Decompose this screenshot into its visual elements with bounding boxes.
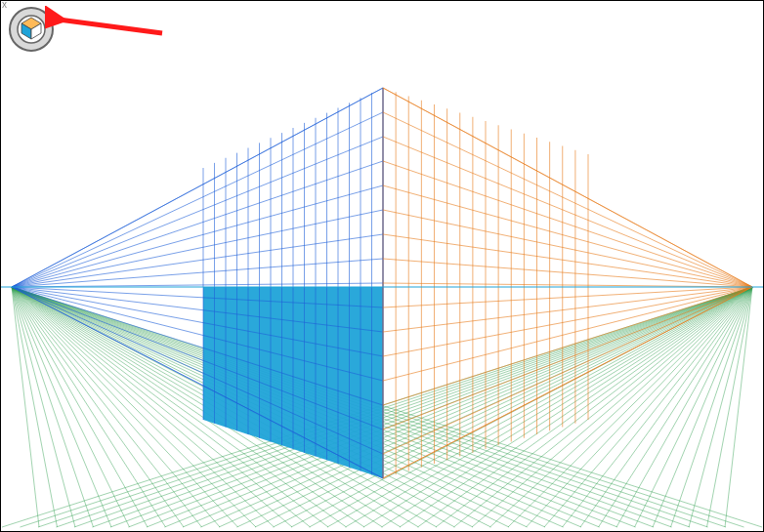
plane-widget-svg: [6, 4, 57, 55]
svg-line-37: [400, 287, 752, 527]
perspective-scene: [0, 0, 764, 532]
svg-line-77: [38, 287, 752, 527]
svg-line-151: [383, 287, 752, 454]
svg-line-12: [12, 287, 148, 527]
svg-line-150: [383, 287, 752, 430]
svg-line-71: [93, 287, 753, 527]
svg-line-148: [383, 287, 752, 381]
svg-line-5: [689, 287, 752, 527]
svg-line-143: [383, 259, 752, 287]
svg-line-27: [490, 287, 753, 527]
perspective-plane-widget[interactable]: [6, 4, 57, 55]
svg-line-138: [383, 137, 752, 287]
svg-line-141: [383, 210, 752, 287]
svg-line-88: [12, 161, 383, 287]
svg-line-18: [12, 287, 202, 527]
svg-line-2: [12, 287, 58, 527]
svg-line-3: [707, 287, 753, 527]
svg-line-13: [616, 287, 752, 527]
svg-line-25: [508, 287, 752, 527]
svg-line-33: [436, 287, 752, 527]
svg-line-144: [383, 283, 752, 287]
svg-line-45: [327, 287, 752, 527]
svg-line-29: [472, 287, 752, 527]
svg-line-43: [346, 287, 753, 527]
svg-line-73: [74, 287, 752, 527]
svg-line-90: [12, 185, 383, 287]
svg-line-11: [635, 287, 753, 527]
svg-line-133: [12, 88, 383, 287]
widget-close-icon[interactable]: x: [2, 0, 7, 10]
svg-line-39: [382, 287, 753, 527]
svg-line-170: [383, 88, 752, 287]
svg-line-96: [12, 259, 383, 287]
svg-line-139: [383, 161, 752, 287]
svg-line-4: [12, 287, 75, 527]
svg-line-140: [383, 185, 752, 287]
svg-line-10: [12, 287, 130, 527]
svg-line-19: [563, 287, 753, 527]
